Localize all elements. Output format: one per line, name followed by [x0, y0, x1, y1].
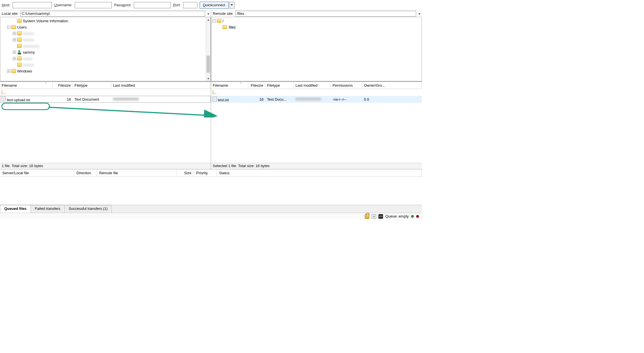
local-tree[interactable]: System Volume Information − Users +xxxxx…	[0, 17, 211, 81]
folder-icon	[17, 44, 22, 48]
key-icon[interactable]: A	[372, 214, 376, 219]
list-row-file[interactable]: test-upload.txt 16 Text Document	[0, 96, 211, 103]
tree-item-users[interactable]: − Users	[7, 24, 209, 30]
queue-body[interactable]	[0, 177, 422, 205]
quickconnect-bar: Host: Username: Password: Port: Quickcon…	[0, 0, 422, 10]
scroll-up-icon[interactable]: ▴	[206, 17, 210, 22]
file-icon	[213, 97, 217, 101]
activity-green-icon	[411, 215, 414, 218]
folder-icon	[11, 25, 16, 29]
col-filesize[interactable]: Filesize	[53, 82, 73, 89]
bottom-status-strip: A 101 Queue: empty	[0, 213, 422, 220]
scroll-thumb[interactable]	[206, 56, 210, 73]
tree-item[interactable]: +xxxxx	[13, 55, 209, 62]
expand-icon[interactable]: +	[13, 57, 16, 60]
expand-icon[interactable]: +	[13, 38, 16, 41]
file-name: test.txt	[218, 98, 229, 102]
scrollbar[interactable]: ▴ ▾	[206, 17, 210, 81]
quickconnect-dropdown[interactable]	[229, 2, 235, 9]
tree-item[interactable]: xxxxxx	[13, 62, 209, 68]
queue-header: Server/Local file Direction Remote file …	[0, 169, 422, 177]
local-site-label: Local site:	[0, 11, 20, 16]
folder-icon	[17, 63, 22, 67]
local-site-header: Local site:	[0, 10, 211, 17]
col-modified[interactable]: Last modified	[294, 82, 331, 89]
tab-successful[interactable]: Successful transfers (1)	[64, 205, 112, 213]
tree-item-windows[interactable]: +Windows	[7, 68, 209, 74]
file-type: Text Document	[73, 97, 111, 102]
username-input[interactable]	[75, 2, 112, 8]
expand-icon[interactable]: +	[13, 51, 16, 54]
remote-list-body[interactable]: .. test.txt 16 Text Docu... -rw-r--r-- 0…	[211, 89, 422, 163]
chevron-down-icon	[207, 13, 210, 15]
tree-item[interactable]: +xxxxxx	[13, 30, 209, 36]
list-row-up[interactable]: ..	[211, 89, 422, 96]
file-icon	[2, 97, 6, 101]
user-icon	[17, 50, 22, 54]
remote-tree[interactable]: − / files	[211, 17, 422, 81]
tree-item-root[interactable]: − /	[212, 18, 420, 24]
file-permissions: -rw-r--r--	[331, 97, 362, 102]
tree-item-files[interactable]: files	[218, 24, 420, 30]
col-direction[interactable]: Direction	[74, 169, 97, 176]
col-filename[interactable]: Filename^	[0, 82, 53, 89]
remote-list-header: Filename^ Filesize Filetype Last modifie…	[211, 82, 422, 89]
chevron-down-icon	[418, 13, 421, 15]
file-owner: 0 0	[362, 97, 422, 102]
col-status[interactable]: Status	[217, 169, 422, 176]
col-filename[interactable]: Filename^	[211, 82, 248, 89]
local-status: 1 file. Total size: 16 bytes	[0, 163, 211, 169]
col-size[interactable]: Size	[177, 169, 194, 176]
tree-item-svi[interactable]: System Volume Information	[13, 18, 209, 24]
remote-site-label: Remote site:	[211, 11, 235, 16]
local-path-input[interactable]	[20, 11, 205, 17]
remote-filelist-pane: Filename^ Filesize Filetype Last modifie…	[211, 82, 422, 169]
folder-icon	[11, 69, 16, 73]
col-server[interactable]: Server/Local file	[0, 169, 74, 176]
local-filelist-pane: Filename^ Filesize Filetype Last modifie…	[0, 82, 211, 169]
file-size: 16	[248, 97, 265, 102]
tab-queued[interactable]: Queued files	[0, 205, 31, 213]
local-list-body[interactable]: .. test-upload.txt 16 Text Document	[0, 89, 211, 163]
tab-failed[interactable]: Failed transfers	[31, 205, 65, 213]
folder-icon	[17, 56, 22, 60]
host-input[interactable]	[13, 2, 52, 8]
collapse-icon[interactable]: −	[7, 26, 10, 29]
col-filetype[interactable]: Filetype	[265, 82, 294, 89]
list-row-up[interactable]: ..	[0, 89, 211, 96]
scroll-down-icon[interactable]: ▾	[206, 76, 210, 81]
file-modified	[111, 97, 211, 102]
local-path-dropdown[interactable]	[206, 11, 211, 16]
lock-icon[interactable]	[365, 214, 369, 219]
tree-item-sammy[interactable]: +sammy	[13, 49, 209, 55]
list-row-file[interactable]: test.txt 16 Text Docu... -rw-r--r-- 0 0	[211, 96, 422, 103]
col-modified[interactable]: Last modified	[111, 82, 211, 89]
collapse-icon[interactable]: −	[212, 19, 216, 23]
tree-item[interactable]: +xxxxxx	[13, 36, 209, 43]
col-owner[interactable]: Owner/Gro...	[362, 82, 422, 89]
col-permissions[interactable]: Permissions	[331, 82, 362, 89]
col-filesize[interactable]: Filesize	[248, 82, 265, 89]
port-input[interactable]	[183, 2, 197, 8]
password-input[interactable]	[134, 2, 171, 8]
binary-icon[interactable]: 101	[378, 214, 383, 219]
folder-icon	[17, 19, 22, 23]
remote-path-input[interactable]	[235, 11, 416, 17]
col-priority[interactable]: Priority	[194, 169, 217, 176]
username-label: Username:	[54, 3, 72, 7]
col-filetype[interactable]: Filetype	[73, 82, 111, 89]
folder-icon	[17, 31, 22, 35]
remote-status: Selected 1 file. Total size: 16 bytes	[211, 163, 422, 169]
folder-icon	[2, 90, 2, 95]
remote-pane: Remote site: − / files	[211, 10, 422, 81]
folder-icon	[213, 90, 213, 95]
activity-red-icon	[416, 215, 419, 218]
remote-path-dropdown[interactable]	[417, 11, 422, 16]
folder-icon	[217, 19, 221, 23]
expand-icon[interactable]: +	[7, 70, 10, 73]
tree-item[interactable]: xxxxxxxxx	[13, 43, 209, 49]
col-remote[interactable]: Remote file	[97, 169, 177, 176]
quickconnect-button[interactable]: Quickconnect	[200, 2, 228, 9]
file-size: 16	[53, 97, 73, 102]
expand-icon[interactable]: +	[13, 32, 16, 35]
